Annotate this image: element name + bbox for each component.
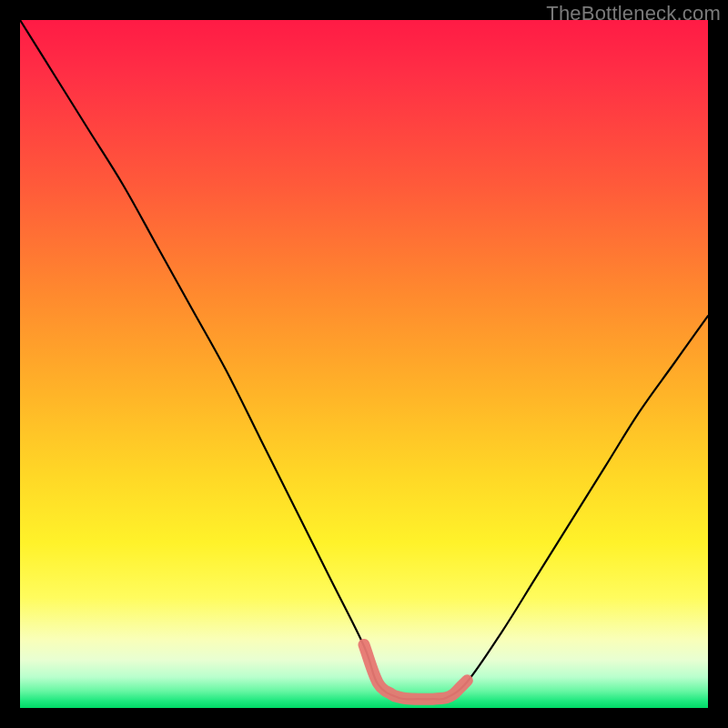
plot-area xyxy=(20,20,708,708)
chart-frame: TheBottleneck.com xyxy=(0,0,728,728)
watermark-text: TheBottleneck.com xyxy=(546,2,721,25)
chart-svg xyxy=(20,20,708,708)
series-group xyxy=(20,20,708,700)
series-marker-pink xyxy=(364,644,467,699)
series-curve-black xyxy=(20,20,708,700)
